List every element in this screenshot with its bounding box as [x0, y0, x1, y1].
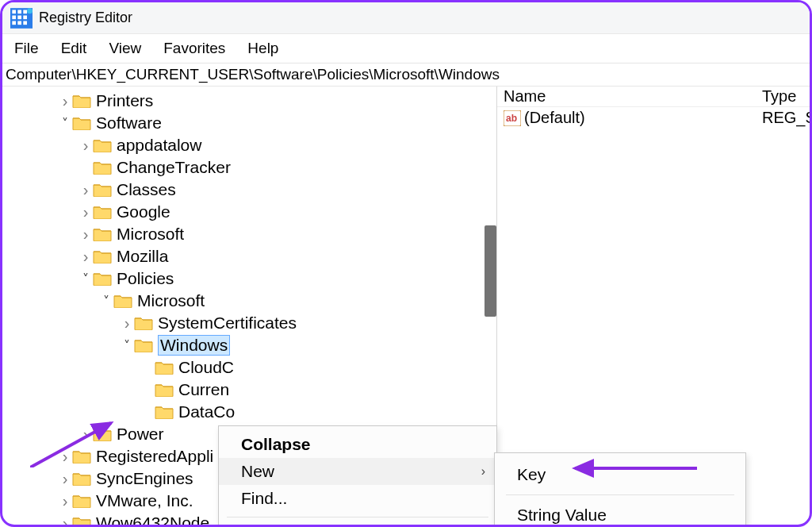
tree-item-label: SyncEngines	[96, 469, 193, 488]
svg-rect-6	[23, 15, 27, 19]
tree-item-label: VMware, Inc.	[96, 491, 193, 510]
chevron-down-icon[interactable]: ˅	[120, 338, 134, 353]
tree-item-label: Software	[96, 113, 162, 133]
string-value-icon: ab	[504, 110, 521, 126]
folder-icon	[155, 360, 174, 375]
tree-item[interactable]: ˅Windows	[2, 334, 496, 356]
tree-item[interactable]: ›Microsoft	[2, 223, 496, 245]
svg-point-10	[27, 8, 33, 13]
chevron-right-icon[interactable]: ›	[79, 225, 93, 244]
folder-icon	[93, 160, 112, 175]
tree-item-label: CloudC	[178, 358, 234, 377]
folder-icon	[93, 249, 112, 264]
submenu-item[interactable]: Key	[495, 460, 745, 490]
svg-rect-9	[23, 21, 27, 25]
value-row[interactable]: ab (Default) REG_SZ	[497, 107, 810, 127]
window-frame: Registry Editor File Edit View Favorites…	[0, 0, 812, 527]
context-menu-item[interactable]: Delete	[219, 522, 496, 527]
menu-separator	[227, 517, 488, 517]
tree-item-label: Mozilla	[117, 247, 168, 266]
svg-rect-8	[17, 21, 21, 25]
address-path: Computer\HKEY_CURRENT_USER\Software\Poli…	[6, 66, 500, 83]
window-title: Registry Editor	[39, 10, 132, 26]
chevron-right-icon[interactable]: ›	[120, 314, 134, 333]
tree-item[interactable]: Curren	[2, 379, 496, 401]
svg-text:ab: ab	[506, 113, 517, 124]
tree-item-label: Policies	[117, 269, 174, 288]
value-name: (Default)	[524, 109, 762, 127]
folder-icon	[72, 471, 91, 486]
value-type: REG_SZ	[762, 109, 810, 127]
chevron-down-icon[interactable]: ˅	[99, 294, 113, 309]
tree-item-label: Windows	[158, 335, 230, 356]
svg-rect-2	[17, 10, 21, 13]
column-name[interactable]: Name	[504, 87, 762, 106]
chevron-down-icon[interactable]: ˅	[58, 116, 72, 131]
svg-rect-4	[12, 15, 16, 19]
folder-icon	[72, 516, 91, 525]
context-menu-item[interactable]: Find...	[219, 485, 496, 512]
folder-icon	[93, 227, 112, 241]
column-type[interactable]: Type	[762, 87, 810, 106]
tree-item-label: Curren	[178, 380, 229, 399]
chevron-right-icon[interactable]: ›	[79, 425, 93, 444]
folder-icon	[155, 405, 174, 419]
menu-view[interactable]: View	[104, 38, 146, 59]
tree-item-label: appdatalow	[117, 136, 201, 155]
tree-item-label: ChangeTracker	[117, 158, 231, 177]
tree-item[interactable]: DataCo	[2, 401, 496, 423]
details-column-headers[interactable]: Name Type	[497, 87, 810, 107]
tree-item[interactable]: ›SystemCertificates	[2, 312, 496, 334]
tree-item[interactable]: ›Mozilla	[2, 245, 496, 267]
folder-icon	[93, 138, 112, 152]
menu-file[interactable]: File	[10, 38, 44, 59]
folder-icon	[134, 338, 153, 352]
tree-item[interactable]: ChangeTracker	[2, 156, 496, 179]
app-icon	[10, 8, 33, 29]
chevron-right-icon[interactable]: ›	[58, 514, 72, 525]
chevron-right-icon[interactable]: ›	[79, 137, 93, 155]
svg-rect-3	[23, 10, 27, 13]
tree-item[interactable]: ˅Software	[2, 112, 496, 134]
menu-favorites[interactable]: Favorites	[159, 38, 230, 59]
menu-separator	[506, 494, 734, 495]
chevron-right-icon[interactable]: ›	[79, 248, 93, 266]
folder-icon	[72, 116, 91, 130]
svg-rect-5	[17, 15, 21, 19]
menu-bar: File Edit View Favorites Help	[2, 34, 810, 63]
chevron-right-icon[interactable]: ›	[58, 448, 72, 466]
tree-item[interactable]: ›Classes	[2, 179, 496, 201]
chevron-right-icon: ›	[481, 464, 485, 479]
tree-item[interactable]: ›Google	[2, 201, 496, 223]
tree-item-label: Printers	[96, 91, 153, 110]
chevron-right-icon[interactable]: ›	[58, 470, 72, 488]
folder-icon	[134, 316, 153, 330]
folder-icon	[72, 449, 91, 464]
tree-item-label: Microsoft	[137, 291, 205, 310]
tree-item[interactable]: ›Printers	[2, 90, 496, 112]
submenu-item[interactable]: String Value	[495, 500, 745, 527]
address-bar[interactable]: Computer\HKEY_CURRENT_USER\Software\Poli…	[2, 63, 810, 87]
folder-icon	[155, 383, 174, 397]
scrollbar-thumb[interactable]	[485, 225, 496, 317]
menu-help[interactable]: Help	[243, 38, 283, 59]
tree-item-label: Google	[117, 202, 170, 221]
tree-item[interactable]: CloudC	[2, 356, 496, 379]
chevron-right-icon[interactable]: ›	[58, 92, 72, 110]
chevron-right-icon[interactable]: ›	[79, 203, 93, 221]
chevron-down-icon[interactable]: ˅	[79, 271, 93, 287]
context-menu: CollapseNew›Find...DeleteRenameExport	[218, 425, 497, 527]
folder-icon	[72, 94, 91, 108]
tree-item[interactable]: ›appdatalow	[2, 134, 496, 156]
tree-item-label: Wow6432Node	[96, 514, 209, 525]
folder-icon	[93, 271, 112, 286]
title-bar: Registry Editor	[2, 2, 810, 34]
tree-item-label: Power	[117, 425, 164, 444]
chevron-right-icon[interactable]: ›	[58, 492, 72, 510]
menu-edit[interactable]: Edit	[56, 38, 92, 59]
chevron-right-icon[interactable]: ›	[79, 181, 93, 199]
tree-item[interactable]: ˅Microsoft	[2, 290, 496, 312]
context-menu-item[interactable]: New›	[219, 458, 496, 485]
context-menu-item[interactable]: Collapse	[219, 431, 496, 458]
tree-item[interactable]: ˅Policies	[2, 267, 496, 290]
